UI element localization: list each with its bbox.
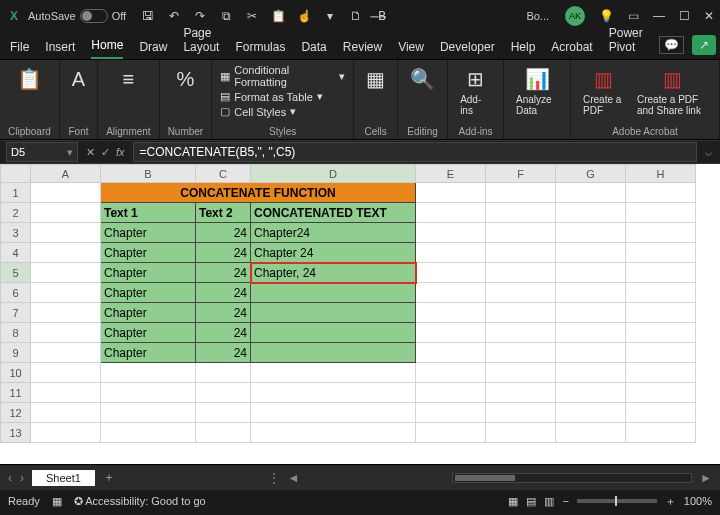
enter-icon[interactable]: ✓ [101, 146, 110, 159]
cell-B12[interactable] [101, 403, 196, 423]
cell-D2[interactable]: CONCATENATED TEXT [251, 203, 416, 223]
cell-A3[interactable] [31, 223, 101, 243]
cell-H5[interactable] [626, 263, 696, 283]
cell-D5[interactable]: Chapter, 24 [251, 263, 416, 283]
row-header-7[interactable]: 7 [1, 303, 31, 323]
minimize-icon[interactable]: — [653, 9, 665, 23]
cell-A5[interactable] [31, 263, 101, 283]
cell-G2[interactable] [556, 203, 626, 223]
cell-F12[interactable] [486, 403, 556, 423]
cut-icon[interactable]: ✂ [244, 9, 260, 23]
cell-G6[interactable] [556, 283, 626, 303]
cell-H3[interactable] [626, 223, 696, 243]
col-header-H[interactable]: H [626, 165, 696, 183]
fx-icon[interactable]: fx [116, 146, 125, 159]
cell-E13[interactable] [416, 423, 486, 443]
cell-E2[interactable] [416, 203, 486, 223]
cell-G3[interactable] [556, 223, 626, 243]
cell-G11[interactable] [556, 383, 626, 403]
cell-A8[interactable] [31, 323, 101, 343]
cell-H13[interactable] [626, 423, 696, 443]
ribbon-options-icon[interactable]: ▭ [628, 9, 639, 23]
cell-G7[interactable] [556, 303, 626, 323]
row-header-11[interactable]: 11 [1, 383, 31, 403]
tab-data[interactable]: Data [301, 40, 326, 59]
zoom-out-icon[interactable]: − [562, 495, 568, 507]
cell-C3[interactable]: 24 [196, 223, 251, 243]
cell-C7[interactable]: 24 [196, 303, 251, 323]
lightbulb-icon[interactable]: 💡 [599, 9, 614, 23]
cell-D4[interactable]: Chapter 24 [251, 243, 416, 263]
select-all-cell[interactable] [1, 165, 31, 183]
row-header-9[interactable]: 9 [1, 343, 31, 363]
maximize-icon[interactable]: ☐ [679, 9, 690, 23]
cell-F5[interactable] [486, 263, 556, 283]
row-header-10[interactable]: 10 [1, 363, 31, 383]
cell-styles-button[interactable]: ▢Cell Styles ▾ [220, 105, 345, 118]
tab-formulas[interactable]: Formulas [235, 40, 285, 59]
editing-button[interactable]: 🔍 [406, 64, 439, 94]
sheet-next-icon[interactable]: › [20, 471, 24, 485]
cell-E1[interactable] [416, 183, 486, 203]
page-break-icon[interactable]: ▥ [544, 495, 554, 508]
cell-E4[interactable] [416, 243, 486, 263]
paste-icon[interactable]: 📋 [270, 9, 286, 23]
new-icon[interactable]: 🗋 [348, 9, 364, 23]
cell-D10[interactable] [251, 363, 416, 383]
cell-B7[interactable]: Chapter [101, 303, 196, 323]
cell-E12[interactable] [416, 403, 486, 423]
cell-G10[interactable] [556, 363, 626, 383]
macro-icon[interactable]: ▦ [52, 495, 62, 508]
col-header-F[interactable]: F [486, 165, 556, 183]
redo-icon[interactable]: ↷ [192, 9, 208, 23]
tab-help[interactable]: Help [511, 40, 536, 59]
cell-E6[interactable] [416, 283, 486, 303]
user-avatar[interactable]: AK [565, 6, 585, 26]
cell-H10[interactable] [626, 363, 696, 383]
cell-C4[interactable]: 24 [196, 243, 251, 263]
row-header-12[interactable]: 12 [1, 403, 31, 423]
analyze-data-button[interactable]: 📊Analyze Data [512, 64, 562, 118]
cell-A6[interactable] [31, 283, 101, 303]
tab-power-pivot[interactable]: Power Pivot [609, 26, 643, 59]
name-box[interactable]: D5▾ [6, 142, 78, 162]
normal-view-icon[interactable]: ▦ [508, 495, 518, 508]
cell-H6[interactable] [626, 283, 696, 303]
zoom-level[interactable]: 100% [684, 495, 712, 507]
touch-icon[interactable]: ☝ [296, 9, 312, 23]
paste-button[interactable]: 📋 [13, 64, 46, 94]
col-header-D[interactable]: D [251, 165, 416, 183]
cell-H8[interactable] [626, 323, 696, 343]
cell-D9[interactable] [251, 343, 416, 363]
cell-G13[interactable] [556, 423, 626, 443]
undo-icon[interactable]: ↶ [166, 9, 182, 23]
cell-H2[interactable] [626, 203, 696, 223]
formula-input[interactable]: =CONCATENATE(B5,", ",C5) [133, 142, 697, 162]
cell-B9[interactable]: Chapter [101, 343, 196, 363]
cell-A11[interactable] [31, 383, 101, 403]
cell-F6[interactable] [486, 283, 556, 303]
cell-E8[interactable] [416, 323, 486, 343]
cell-A12[interactable] [31, 403, 101, 423]
cell-E9[interactable] [416, 343, 486, 363]
cell-F9[interactable] [486, 343, 556, 363]
row-header-1[interactable]: 1 [1, 183, 31, 203]
autosave-toggle[interactable]: AutoSave Off [28, 9, 126, 23]
zoom-in-icon[interactable]: ＋ [665, 494, 676, 509]
tab-insert[interactable]: Insert [45, 40, 75, 59]
worksheet-grid[interactable]: ABCDEFGH1CONCATENATE FUNCTION2Text 1Text… [0, 164, 720, 464]
cell-H1[interactable] [626, 183, 696, 203]
cell-H9[interactable] [626, 343, 696, 363]
cell-C6[interactable]: 24 [196, 283, 251, 303]
cell-H4[interactable] [626, 243, 696, 263]
document-name[interactable]: Bo... [526, 10, 549, 22]
col-header-G[interactable]: G [556, 165, 626, 183]
cell-C13[interactable] [196, 423, 251, 443]
cell-F7[interactable] [486, 303, 556, 323]
cell-E3[interactable] [416, 223, 486, 243]
expand-formula-icon[interactable]: ⌵ [697, 145, 720, 159]
cell-C12[interactable] [196, 403, 251, 423]
tab-acrobat[interactable]: Acrobat [551, 40, 592, 59]
cell-F2[interactable] [486, 203, 556, 223]
font-button[interactable]: A [68, 64, 89, 94]
